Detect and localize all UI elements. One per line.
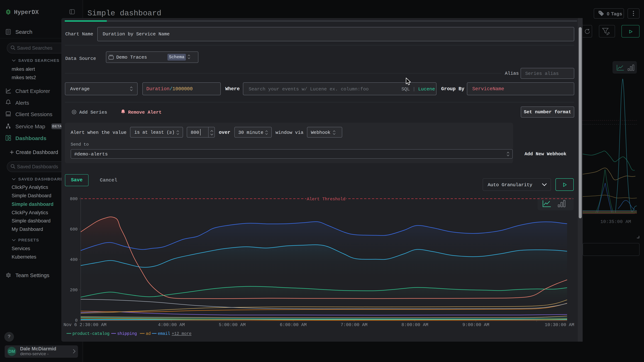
svg-text:10:30:00 AM: 10:30:00 AM xyxy=(545,322,574,328)
svg-text:400: 400 xyxy=(70,257,78,262)
svg-text:Alert Threshold: Alert Threshold xyxy=(307,197,346,201)
svg-text:7:00:00 AM: 7:00:00 AM xyxy=(340,322,368,328)
svg-text:+12 more: +12 more xyxy=(172,332,192,336)
svg-text:shipping: shipping xyxy=(117,332,137,336)
svg-text:8:00:00 AM: 8:00:00 AM xyxy=(402,322,428,328)
svg-text:Nov 6 2:30:00 AM: Nov 6 2:30:00 AM xyxy=(64,322,106,328)
svg-text:5:00:00 AM: 5:00:00 AM xyxy=(219,322,246,328)
svg-text:600: 600 xyxy=(70,227,78,232)
svg-text:0: 0 xyxy=(75,318,78,323)
svg-text:9:00:00 AM: 9:00:00 AM xyxy=(462,322,489,328)
svg-text:4:00:00 AM: 4:00:00 AM xyxy=(158,322,185,328)
svg-text:email: email xyxy=(158,332,170,336)
svg-text:product-catalog: product-catalog xyxy=(72,332,110,336)
svg-text:800: 800 xyxy=(70,196,78,201)
svg-text:ad: ad xyxy=(146,332,151,336)
svg-text:200: 200 xyxy=(70,288,78,293)
svg-text:6:00:00 AM: 6:00:00 AM xyxy=(280,322,306,328)
